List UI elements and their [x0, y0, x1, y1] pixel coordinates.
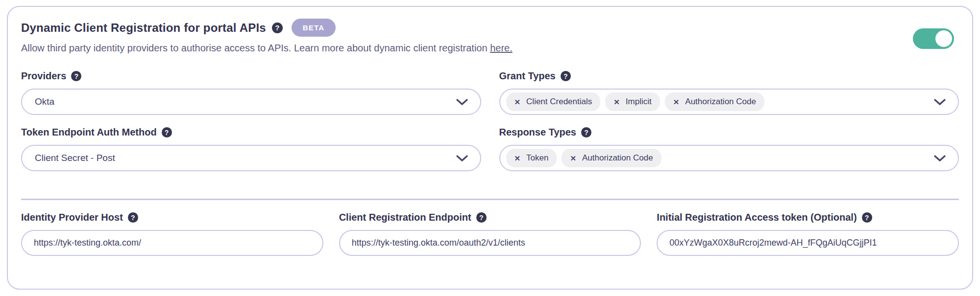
section-divider [21, 199, 959, 200]
token-endpoint-auth-method-label: Token Endpoint Auth Method [21, 127, 157, 138]
initial-registration-access-token-help-icon[interactable]: ? [862, 212, 872, 223]
field-identity-provider-host: Identity Provider Host ? [21, 212, 323, 256]
providers-select[interactable]: Okta [21, 89, 481, 115]
tag-label: Token [526, 153, 548, 163]
tag-client-credentials: ✕ Client Credentials [506, 92, 601, 111]
tag-label: Client Credentials [526, 97, 592, 107]
remove-tag-icon[interactable]: ✕ [514, 155, 521, 162]
remove-tag-icon[interactable]: ✕ [514, 98, 521, 106]
identity-provider-host-input[interactable] [21, 230, 323, 256]
tag-label: Implicit [626, 97, 652, 107]
initial-registration-access-token-input[interactable] [657, 230, 959, 256]
client-registration-endpoint-input[interactable] [339, 230, 641, 256]
field-response-types: Response Types ? ✕ Token ✕ Authorization… [499, 127, 959, 171]
field-token-endpoint-auth-method: Token Endpoint Auth Method ? Client Secr… [21, 127, 481, 171]
chevron-down-icon [933, 98, 946, 106]
tag-authorization-code: ✕ Authorization Code [562, 149, 661, 167]
chevron-down-icon [456, 155, 468, 162]
grant-types-multiselect[interactable]: ✕ Client Credentials ✕ Implicit ✕ Author… [499, 89, 959, 115]
identity-provider-host-label: Identity Provider Host [21, 212, 123, 223]
header-text: Dynamic Client Registration for portal A… [21, 19, 513, 54]
token-endpoint-auth-method-select[interactable]: Client Secret - Post [21, 145, 481, 171]
token-endpoint-auth-method-selected-value: Client Secret - Post [35, 153, 115, 163]
description-text: Allow third party identity providers to … [21, 43, 490, 53]
tag-authorization-code: ✕ Authorization Code [665, 92, 764, 111]
beta-badge: BETA [292, 19, 336, 37]
tag-implicit: ✕ Implicit [605, 92, 660, 111]
title-help-icon[interactable]: ? [272, 23, 283, 33]
field-client-registration-endpoint: Client Registration Endpoint ? [339, 212, 641, 256]
field-grant-types: Grant Types ? ✕ Client Credentials ✕ Imp… [499, 70, 959, 115]
dcr-enabled-toggle[interactable] [913, 28, 954, 49]
field-initial-registration-access-token: Initial Registration Access token (Optio… [657, 212, 959, 256]
grant-types-help-icon[interactable]: ? [561, 71, 571, 81]
description: Allow third party identity providers to … [21, 43, 513, 54]
toggle-knob [935, 30, 952, 47]
grant-types-label: Grant Types [499, 70, 556, 82]
response-types-multiselect[interactable]: ✕ Token ✕ Authorization Code [499, 145, 959, 171]
identity-provider-host-help-icon[interactable]: ? [128, 212, 138, 223]
learn-more-link[interactable]: here. [490, 43, 513, 53]
chevron-down-icon [933, 155, 946, 162]
initial-registration-access-token-label: Initial Registration Access token (Optio… [657, 212, 857, 223]
header: Dynamic Client Registration for portal A… [21, 19, 959, 54]
remove-tag-icon[interactable]: ✕ [673, 98, 680, 106]
bottom-form-grid: Identity Provider Host ? Client Registra… [21, 212, 959, 256]
providers-selected-value: Okta [35, 96, 54, 107]
response-types-help-icon[interactable]: ? [581, 127, 591, 137]
providers-label: Providers [21, 70, 66, 82]
tag-label: Authorization Code [685, 97, 756, 107]
response-types-label: Response Types [499, 127, 576, 138]
tag-label: Authorization Code [582, 153, 653, 163]
page-title: Dynamic Client Registration for portal A… [21, 21, 266, 35]
client-registration-endpoint-help-icon[interactable]: ? [476, 212, 487, 223]
tag-token: ✕ Token [506, 149, 557, 167]
dcr-settings-card: Dynamic Client Registration for portal A… [7, 6, 973, 290]
providers-help-icon[interactable]: ? [71, 71, 81, 81]
chevron-down-icon [456, 98, 468, 106]
token-endpoint-auth-method-help-icon[interactable]: ? [162, 127, 172, 137]
field-providers: Providers ? Okta [21, 70, 481, 115]
top-form-grid: Providers ? Okta Grant Types ? ✕ Client … [21, 70, 959, 171]
remove-tag-icon[interactable]: ✕ [613, 98, 620, 106]
remove-tag-icon[interactable]: ✕ [570, 155, 576, 162]
client-registration-endpoint-label: Client Registration Endpoint [339, 212, 471, 223]
